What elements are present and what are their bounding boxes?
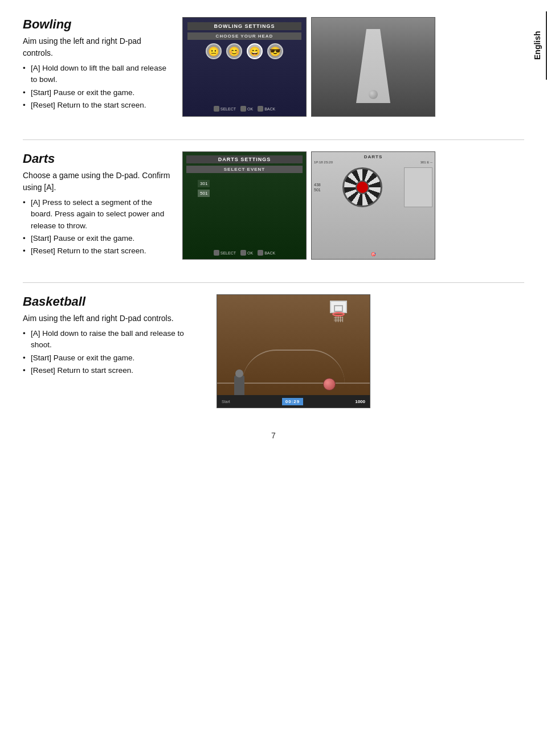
ok-icon (240, 106, 246, 112)
darts-screenshot-2: DARTS 1P:18 2S:20 301 E -- 438 501 🎯 (311, 151, 435, 260)
darts-game-title: DARTS (364, 154, 383, 159)
darts-title: Darts (23, 151, 171, 166)
bowling-ctrl-ok: OK (240, 106, 253, 112)
basketball-screenshot: Start 00:29 1000 (217, 294, 370, 408)
darts-screen-subtitle: SELECT EVENT (186, 166, 303, 173)
darts-throw-area: 🎯 (371, 252, 376, 257)
basketball-score: 1000 (355, 399, 365, 404)
darts-option-501: 501 (198, 190, 210, 197)
darts-ctrl-ok: OK (240, 250, 253, 256)
bowling-head-4: 😎 (267, 43, 283, 59)
darts-screen-title: DARTS SETTINGS (186, 155, 303, 163)
basketball-intro: Aim using the left and right D-pad contr… (23, 313, 205, 324)
player-head (235, 369, 243, 377)
hoop-inner-box (334, 305, 343, 312)
bowling-head-3: 😄 (247, 43, 263, 59)
darts-score-1p: 1P:18 2S:20 (314, 161, 333, 164)
darts-intro: Choose a game using the D-pad. Confirm u… (23, 170, 171, 194)
darts-score-438: 438 (314, 183, 321, 187)
back-icon (258, 250, 263, 256)
basketball-ball (323, 378, 336, 391)
player-silhouette (234, 375, 244, 395)
basketball-hoop (330, 301, 347, 322)
bowling-ball (369, 90, 378, 99)
basketball-timer: 00:29 (282, 398, 303, 405)
basketball-text: Basketball Aim using the left and right … (23, 294, 217, 408)
basketball-bullet-1: [A] Hold down to raise the ball and rele… (23, 328, 205, 351)
bowling-bullet-2: [Start] Pause or exit the game. (23, 87, 171, 98)
bowling-controls: SELECT OK BACK (214, 106, 275, 112)
select-icon (214, 250, 219, 256)
darts-list: [A] Press to select a segment of the boa… (23, 197, 171, 257)
darts-screenshot-1: DARTS SETTINGS SELECT EVENT 301 501 SELE… (182, 151, 307, 260)
basketball-start-label: Start (222, 400, 230, 404)
basketball-section: Basketball Aim using the left and right … (23, 294, 524, 408)
bowling-heads-row: 😐 😊 😄 😎 (206, 43, 283, 59)
bowling-screenshot-1: BOWLING SETTINGS CHOOSE YOUR HEAD 😐 😊 😄 … (182, 17, 307, 117)
basketball-title: Basketball (23, 294, 205, 309)
darts-ctrl-back: BACK (258, 250, 275, 256)
darts-game-scores: 1P:18 2S:20 301 E -- (314, 161, 432, 164)
darts-text: Darts Choose a game using the D-pad. Con… (23, 151, 182, 260)
ok-icon (240, 250, 246, 256)
basketball-list: [A] Hold down to raise the ball and rele… (23, 328, 205, 376)
sidebar-english-label: English (529, 11, 547, 80)
darts-scoreboard (404, 167, 432, 207)
bowling-ctrl-select: SELECT (214, 106, 236, 112)
darts-bullet-1: [A] Press to select a segment of the boa… (23, 197, 171, 232)
bowling-screen-subtitle: CHOOSE YOUR HEAD (187, 32, 301, 40)
darts-options: 301 501 (198, 180, 210, 197)
basketball-bullet-2: [Start] Pause or exit the game. (23, 352, 205, 364)
select-icon (214, 106, 219, 112)
divider-2 (23, 282, 524, 283)
bowling-head-1: 😐 (206, 43, 222, 59)
basketball-ui-bar: Start 00:29 1000 (217, 395, 370, 408)
darts-section: Darts Choose a game using the D-pad. Con… (23, 151, 524, 260)
bowling-section: Bowling Aim using the left and right D-p… (23, 17, 524, 117)
hoop-ring (332, 312, 345, 317)
darts-score-501: 501 (314, 188, 321, 192)
darts-controls: SELECT OK BACK (214, 250, 275, 256)
bowling-images: BOWLING SETTINGS CHOOSE YOUR HEAD 😐 😊 😄 … (182, 17, 524, 117)
page-number: 7 (23, 431, 524, 440)
bowling-bullet-1: [A] Hold down to lift the ball and relea… (23, 63, 171, 86)
divider-1 (23, 139, 524, 140)
bowling-screen-title: BOWLING SETTINGS (187, 22, 301, 30)
bowling-screenshot-2 (311, 17, 435, 117)
bowling-list: [A] Hold down to lift the ball and relea… (23, 63, 171, 111)
hoop-backboard (330, 301, 347, 313)
dartboard (342, 167, 382, 207)
bowling-ctrl-back: BACK (258, 106, 275, 112)
darts-ctrl-select: SELECT (214, 250, 236, 256)
bowling-text: Bowling Aim using the left and right D-p… (23, 17, 182, 117)
darts-bullet-2: [Start] Pause or exit the game. (23, 233, 171, 244)
bowling-intro: Aim using the left and right D-pad contr… (23, 35, 171, 59)
basketball-bullet-3: [Reset] Return to start screen. (23, 365, 205, 376)
basketball-image-area: Start 00:29 1000 (217, 294, 524, 408)
bowling-bullet-3: [Reset] Return to the start screen. (23, 100, 171, 111)
darts-score-2p: 301 E -- (421, 161, 432, 164)
back-icon (258, 106, 263, 112)
darts-option-301: 301 (198, 180, 210, 187)
hoop-net (334, 317, 343, 322)
bowling-head-2: 😊 (226, 43, 242, 59)
bowling-title: Bowling (23, 17, 171, 32)
darts-bullet-3: [Reset] Return to the start screen. (23, 245, 171, 257)
darts-images: DARTS SETTINGS SELECT EVENT 301 501 SELE… (182, 151, 524, 260)
